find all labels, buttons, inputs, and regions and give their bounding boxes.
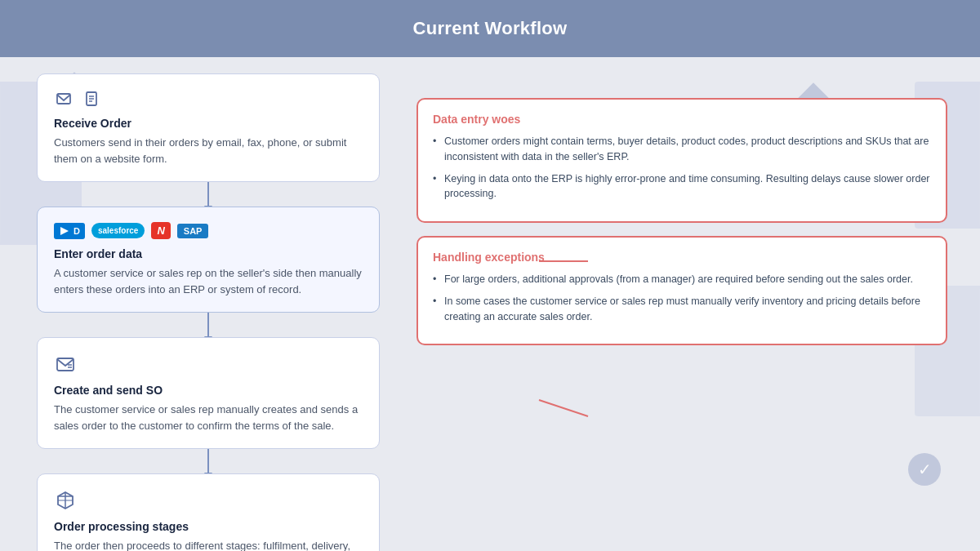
processing-desc: The order then proceeds to different sta… [54,538,363,551]
data-entry-title: Data entry woes [433,113,931,126]
workflow-card-processing: Order processing stages The order then p… [37,473,380,551]
receive-order-desc: Customers send in their orders by email,… [54,135,363,167]
processing-title: Order processing stages [54,520,363,533]
salesforce-logo: salesforce [91,223,145,238]
exceptions-item-1: For large orders, additional approvals (… [433,272,931,287]
workflow-card-send-so: Create and send SO The customer service … [37,337,380,449]
svg-marker-5 [60,227,69,235]
issue-panel-data-entry: Data entry woes Customer orders might co… [416,98,947,223]
page-title: Current Workflow [413,18,568,39]
dynamics-label: D [74,226,80,236]
workflow-card-enter-data: D salesforce N SAP Enter order data A cu… [37,207,380,313]
page-header: Current Workflow [0,0,980,57]
exceptions-title: Handling exceptions [433,251,931,264]
issue-panel-exceptions: Handling exceptions For large orders, ad… [416,236,947,345]
dynamics-logo: D [54,223,85,239]
card-icons-processing [54,489,363,512]
data-entry-item-2: Keying in data onto the ERP is highly er… [433,171,931,202]
document-svg [83,91,100,107]
svg-rect-0 [57,94,70,104]
box-icon [54,489,77,512]
envelope-icon [54,89,74,109]
exceptions-list: For large orders, additional approvals (… [433,272,931,324]
enter-data-desc: A customer service or sales rep on the s… [54,265,363,297]
workflow-column: Receive Order Customers send in their or… [33,73,384,551]
document-icon [82,89,101,109]
arrow-3 [207,449,209,473]
envelope-svg [56,91,72,107]
send-so-title: Create and send SO [54,384,363,397]
so-envelope-icon [54,353,77,375]
box-svg [55,490,76,511]
workflow-card-receive-order: Receive Order Customers send in their or… [37,73,380,182]
receive-order-title: Receive Order [54,117,363,130]
card-icons-so [54,353,363,375]
arrow-2 [207,313,209,337]
arrow-1 [207,182,209,207]
netsuite-logo: N [151,222,170,239]
data-entry-item-1: Customer orders might contain terms, buy… [433,134,931,165]
main-content: Receive Order Customers send in their or… [0,57,980,551]
issues-column: Data entry woes Customer orders might co… [416,73,947,551]
exceptions-item-2: In some cases the customer service or sa… [433,294,931,325]
enter-data-title: Enter order data [54,247,363,260]
erp-logos: D salesforce N SAP [54,222,363,239]
sap-logo: SAP [177,224,209,238]
card-icons-receive [54,89,363,109]
data-entry-list: Customer orders might contain terms, buy… [433,134,931,202]
so-envelope-svg [56,354,75,374]
send-so-desc: The customer service or sales rep manual… [54,402,363,433]
